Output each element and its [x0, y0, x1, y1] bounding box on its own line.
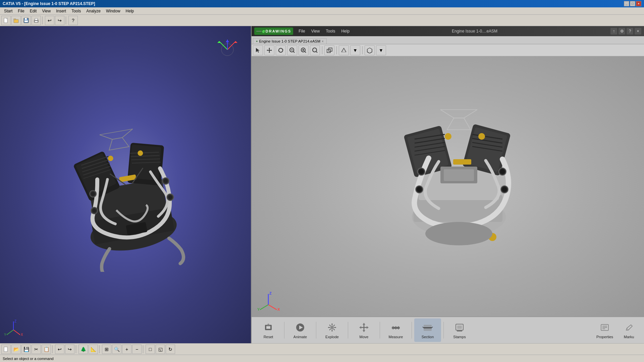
svg-point-129 [330, 326, 334, 329]
edrawings-viewport[interactable]: X Y Z [252, 56, 644, 316]
app-title: CATIA V5 - [Engine Issue 1-0 STEP AP214.… [3, 1, 95, 6]
ed-toolbar-sep-1 [322, 46, 322, 54]
bt-cut[interactable]: ✂ [32, 345, 41, 354]
ed-zoom-out-tool[interactable] [287, 45, 297, 55]
menu-help[interactable]: Help [123, 8, 137, 14]
menu-insert[interactable]: Insert [53, 8, 69, 14]
ed-measure-label: Measure [389, 335, 403, 339]
bt-grid[interactable]: ⊞ [102, 345, 111, 354]
svg-text:Z: Z [269, 291, 272, 295]
svg-line-135 [333, 329, 335, 330]
ed-settings-icon[interactable]: ⚙ [619, 28, 625, 35]
svg-marker-62 [267, 50, 268, 51]
ed-move-label: Move [360, 335, 369, 339]
edrawings-titlebar: — e DRAWINGS File View Tools Help Engine… [252, 26, 644, 36]
ed-view-box-tool[interactable] [324, 45, 334, 55]
ed-cube-view-tool[interactable] [365, 45, 375, 55]
bt-measure[interactable]: 📐 [89, 345, 98, 354]
ed-close-icon[interactable]: × [635, 28, 641, 35]
maximize-button[interactable]: □ [630, 1, 635, 6]
menu-tools[interactable]: Tools [69, 8, 84, 14]
bt-save[interactable]: 💾 [21, 345, 31, 354]
menu-analyze[interactable]: Analyze [84, 8, 103, 14]
main-area: X Y Z — e DRAWINGS File View Tools Help [0, 26, 644, 343]
redo-button[interactable]: ↪ [55, 16, 64, 25]
edrawings-tabs: ● Engine Issue 1-0 STEP AP214.eASM × [252, 36, 644, 44]
ed-move-button[interactable]: Move [351, 318, 377, 342]
ed-menu-file[interactable]: File [296, 28, 308, 34]
edrawings-filename: Engine Issue 1-0....eASM [452, 29, 497, 34]
bt-copy[interactable]: 📋 [42, 345, 51, 354]
bt-tree[interactable]: 🌲 [78, 345, 88, 354]
ed-measure-button[interactable]: Measure [382, 318, 409, 342]
ed-menu-view[interactable]: View [309, 28, 323, 34]
edrawings-title-icons: ↑ ⚙ ? × [610, 28, 641, 35]
ed-markup-button[interactable]: Marku [617, 318, 641, 342]
svg-line-152 [423, 327, 424, 328]
ed-menu-help[interactable]: Help [338, 28, 352, 34]
new-button[interactable] [1, 16, 11, 25]
open-button[interactable] [11, 16, 21, 25]
ed-fit-tool[interactable] [310, 45, 320, 55]
edrawings-tab-1[interactable]: ● Engine Issue 1-0 STEP AP214.eASM × [253, 38, 327, 44]
menu-window[interactable]: Window [103, 8, 123, 14]
ed-pan-tool[interactable] [264, 45, 274, 55]
ed-zoom-in-tool[interactable] [299, 45, 309, 55]
ed-bottom-sep-3 [348, 322, 348, 339]
ed-measure-icon [390, 321, 402, 334]
toolbar-separator-2 [66, 16, 67, 24]
ed-reset-button[interactable]: Reset [255, 318, 282, 342]
ed-display-style-tool[interactable] [339, 45, 349, 55]
svg-marker-63 [271, 50, 272, 51]
svg-rect-116 [444, 169, 474, 181]
ed-tab-close[interactable]: × [322, 40, 324, 43]
catia-viewport[interactable]: X Y Z [0, 26, 251, 343]
title-bar: CATIA V5 - [Engine Issue 1-0 STEP AP214.… [0, 0, 644, 7]
bt-undo[interactable]: ↩ [55, 345, 64, 354]
menu-edit[interactable]: Edit [27, 8, 40, 14]
bt-new[interactable] [1, 345, 11, 354]
bt-zoom-out[interactable]: − [132, 345, 142, 354]
bt-open[interactable]: 📂 [11, 345, 21, 354]
ed-explode-button[interactable]: Explode [319, 318, 345, 342]
ed-help-icon[interactable]: ? [627, 28, 633, 35]
ed-menu-tools[interactable]: Tools [323, 28, 338, 34]
bt-sep-2 [76, 345, 77, 353]
svg-line-118 [268, 305, 277, 310]
close-button[interactable]: × [636, 1, 641, 6]
svg-line-51 [13, 330, 20, 335]
bt-sep-1 [52, 345, 54, 353]
ed-color-tool[interactable]: ▼ [350, 45, 360, 55]
menu-file[interactable]: File [15, 8, 27, 14]
undo-button[interactable]: ↩ [45, 16, 54, 25]
ed-rotate-tool[interactable] [276, 45, 286, 55]
svg-rect-156 [457, 325, 462, 329]
svg-marker-125 [266, 323, 270, 325]
ed-animate-button[interactable]: Animate [287, 318, 314, 342]
ed-section-button[interactable]: Section [414, 318, 441, 342]
save-button[interactable] [21, 16, 31, 25]
minimize-button[interactable]: _ [624, 1, 629, 6]
ed-cube-expand-tool[interactable]: ▼ [376, 45, 386, 55]
svg-point-106 [500, 169, 505, 174]
bt-redo[interactable]: ↪ [65, 345, 74, 354]
ed-properties-button[interactable]: Properties [593, 318, 616, 342]
bt-zoom-in[interactable]: + [122, 345, 131, 354]
bt-view2[interactable]: ◱ [156, 345, 165, 354]
print-button[interactable] [32, 16, 41, 25]
bt-view1[interactable]: □ [146, 345, 155, 354]
bt-rotate[interactable]: ↻ [166, 345, 175, 354]
svg-rect-155 [457, 330, 462, 331]
title-bar-controls[interactable]: _ □ × [624, 1, 641, 6]
svg-point-108 [417, 187, 422, 192]
ed-select-tool[interactable] [253, 45, 263, 55]
svg-rect-8 [35, 18, 38, 20]
menu-bar: Start File Edit View Insert Tools Analyz… [0, 7, 644, 15]
bt-zoom[interactable]: 🔍 [112, 345, 121, 354]
menu-start[interactable]: Start [1, 8, 15, 14]
ed-stamps-button[interactable]: Stamps [446, 318, 473, 342]
ed-upload-icon[interactable]: ↑ [610, 28, 617, 35]
menu-view[interactable]: View [39, 8, 53, 14]
help-button[interactable]: ? [68, 16, 78, 25]
catia-axes: X Y Z [3, 320, 23, 340]
